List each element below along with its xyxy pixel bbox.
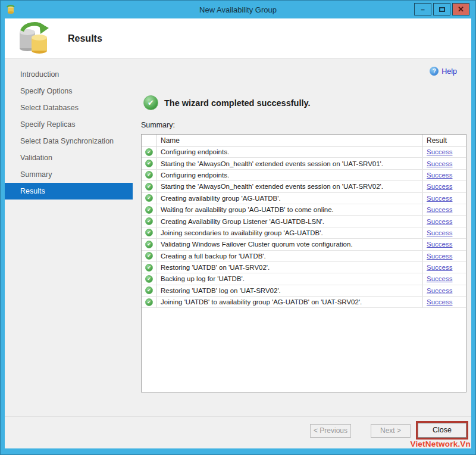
app-icon bbox=[6, 5, 15, 14]
next-button[interactable]: Next > bbox=[371, 424, 411, 438]
watermark-text: VietNetwork.Vn bbox=[410, 440, 471, 448]
name-column-header: Name bbox=[157, 135, 423, 146]
success-check-icon: ✔ bbox=[145, 194, 153, 202]
task-name: Restoring 'UATDB' on 'UAT-SRV02'. bbox=[157, 262, 423, 273]
success-banner-text: The wizard completed successfully. bbox=[164, 98, 311, 108]
success-check-icon: ✔ bbox=[145, 171, 153, 179]
task-name: Validating Windows Failover Cluster quor… bbox=[157, 239, 423, 250]
success-check-icon: ✔ bbox=[145, 206, 153, 214]
task-name: Creating a full backup for 'UATDB'. bbox=[157, 251, 423, 261]
table-row[interactable]: ✔ Joining secondaries to availability gr… bbox=[142, 228, 466, 239]
success-check-icon: ✔ bbox=[145, 275, 153, 283]
task-name: Creating Availability Group Listener 'AG… bbox=[157, 216, 423, 226]
task-name: Restoring 'UATDB' log on 'UAT-SRV02'. bbox=[157, 285, 423, 296]
maximize-icon bbox=[439, 7, 445, 12]
success-check-icon: ✔ bbox=[145, 217, 153, 225]
wizard-steps-sidebar: IntroductionSpecify OptionsSelect Databa… bbox=[5, 59, 133, 416]
titlebar: New Availability Group – ✕ bbox=[1, 1, 475, 18]
sidebar-item-results[interactable]: Results bbox=[5, 183, 133, 200]
table-row[interactable]: ✔ Backing up log for 'UATDB'. Success bbox=[142, 273, 466, 285]
result-link[interactable]: Success bbox=[427, 241, 452, 248]
table-row[interactable]: ✔ Creating availability group 'AG-UATDB'… bbox=[142, 193, 466, 204]
success-check-icon: ✔ bbox=[145, 148, 153, 156]
task-name: Joining secondaries to availability grou… bbox=[157, 228, 423, 238]
success-check-icon: ✔ bbox=[145, 264, 153, 272]
wizard-header: Results bbox=[5, 18, 471, 59]
table-row[interactable]: ✔ Starting the 'AlwaysOn_health' extende… bbox=[142, 181, 466, 192]
result-link[interactable]: Success bbox=[427, 298, 452, 306]
result-link[interactable]: Success bbox=[427, 206, 452, 213]
table-row[interactable]: ✔ Validating Windows Failover Cluster qu… bbox=[142, 239, 466, 250]
task-name: Creating availability group 'AG-UATDB'. bbox=[157, 193, 423, 204]
success-check-icon: ✔ bbox=[145, 241, 153, 248]
table-row[interactable]: ✔ Restoring 'UATDB' log on 'UAT-SRV02'. … bbox=[142, 285, 466, 297]
task-name: Configuring endpoints. bbox=[157, 170, 423, 180]
help-link[interactable]: ? Help bbox=[430, 67, 457, 76]
close-window-button[interactable]: ✕ bbox=[452, 3, 469, 15]
sidebar-item-specify-options[interactable]: Specify Options bbox=[5, 83, 133, 99]
result-link[interactable]: Success bbox=[427, 264, 452, 271]
result-link[interactable]: Success bbox=[427, 172, 452, 179]
results-table: Name Result ✔ Configuring endpoints. Suc… bbox=[141, 134, 466, 392]
task-name: Joining 'UATDB' to availability group 'A… bbox=[157, 297, 423, 307]
help-icon: ? bbox=[430, 67, 439, 76]
result-link[interactable]: Success bbox=[427, 160, 452, 167]
success-check-icon: ✔ bbox=[145, 183, 153, 191]
result-link[interactable]: Success bbox=[427, 275, 452, 282]
success-banner: ✔ The wizard completed successfully. bbox=[143, 95, 311, 110]
wizard-dialog: Results IntroductionSpecify OptionsSelec… bbox=[5, 18, 471, 448]
window-title: New Availability Group bbox=[1, 5, 475, 14]
summary-label: Summary: bbox=[141, 121, 175, 129]
sidebar-item-summary[interactable]: Summary bbox=[5, 166, 133, 183]
success-check-icon: ✔ bbox=[145, 229, 153, 236]
result-link[interactable]: Success bbox=[427, 229, 452, 236]
task-name: Starting the 'AlwaysOn_health' extended … bbox=[157, 181, 423, 192]
maximize-button[interactable] bbox=[433, 3, 450, 15]
table-row[interactable]: ✔ Creating Availability Group Listener '… bbox=[142, 216, 466, 227]
results-table-body: ✔ Configuring endpoints. Success ✔ Start… bbox=[142, 147, 466, 392]
help-label: Help bbox=[441, 67, 457, 76]
table-row[interactable]: ✔ Waiting for availability group 'AG-UAT… bbox=[142, 204, 466, 216]
close-button[interactable]: Close bbox=[418, 423, 466, 438]
result-link[interactable]: Success bbox=[427, 218, 452, 225]
success-check-icon: ✔ bbox=[143, 95, 158, 110]
table-row[interactable]: ✔ Creating a full backup for 'UATDB'. Su… bbox=[142, 251, 466, 262]
task-name: Waiting for availability group 'AG-UATDB… bbox=[157, 204, 423, 215]
result-link[interactable]: Success bbox=[427, 148, 452, 155]
success-check-icon: ✔ bbox=[145, 252, 153, 260]
success-check-icon: ✔ bbox=[145, 286, 153, 294]
status-column-header bbox=[142, 135, 157, 146]
wizard-content: IntroductionSpecify OptionsSelect Databa… bbox=[5, 59, 471, 416]
page-title: Results bbox=[68, 33, 102, 44]
previous-button[interactable]: < Previous bbox=[310, 424, 351, 438]
results-table-header: Name Result bbox=[142, 135, 466, 147]
table-row[interactable]: ✔ Configuring endpoints. Success bbox=[142, 147, 466, 158]
close-button-highlight: Close bbox=[416, 421, 468, 440]
result-link[interactable]: Success bbox=[427, 195, 452, 202]
sidebar-item-introduction[interactable]: Introduction bbox=[5, 66, 133, 83]
success-check-icon: ✔ bbox=[145, 298, 153, 306]
result-link[interactable]: Success bbox=[427, 183, 452, 190]
minimize-icon: – bbox=[421, 5, 425, 14]
table-row[interactable]: ✔ Joining 'UATDB' to availability group … bbox=[142, 297, 466, 308]
minimize-button[interactable]: – bbox=[414, 3, 431, 15]
task-name: Backing up log for 'UATDB'. bbox=[157, 273, 423, 284]
success-check-icon: ✔ bbox=[145, 160, 153, 167]
sidebar-item-select-data-synchronization[interactable]: Select Data Synchronization bbox=[5, 133, 133, 149]
task-name: Configuring endpoints. bbox=[157, 147, 423, 157]
sidebar-item-validation[interactable]: Validation bbox=[5, 149, 133, 166]
availability-group-icon bbox=[18, 21, 50, 57]
results-pane: ? Help ✔ The wizard completed successful… bbox=[133, 59, 471, 416]
table-row[interactable]: ✔ Configuring endpoints. Success bbox=[142, 170, 466, 181]
task-name: Starting the 'AlwaysOn_health' extended … bbox=[157, 158, 423, 169]
result-column-header: Result bbox=[423, 135, 466, 146]
window-controls: – ✕ bbox=[412, 3, 469, 15]
result-link[interactable]: Success bbox=[427, 287, 452, 294]
wizard-window: New Availability Group – ✕ bbox=[0, 0, 476, 455]
sidebar-item-specify-replicas[interactable]: Specify Replicas bbox=[5, 116, 133, 133]
table-row[interactable]: ✔ Restoring 'UATDB' on 'UAT-SRV02'. Succ… bbox=[142, 262, 466, 273]
wizard-footer: < Previous Next > Close bbox=[5, 416, 471, 448]
sidebar-item-select-databases[interactable]: Select Databases bbox=[5, 99, 133, 116]
result-link[interactable]: Success bbox=[427, 253, 452, 260]
table-row[interactable]: ✔ Starting the 'AlwaysOn_health' extende… bbox=[142, 158, 466, 169]
